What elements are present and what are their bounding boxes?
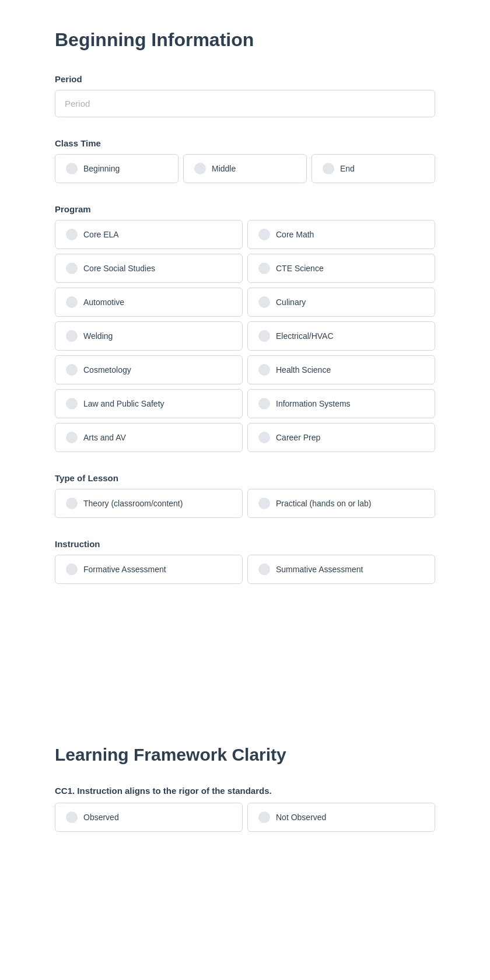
program-core-ela-label: Core ELA [83, 230, 119, 239]
cc1-options: Observed Not Observed [55, 803, 435, 832]
cc1-not-observed-label: Not Observed [276, 813, 326, 822]
program-cosmetology-label: Cosmetology [83, 365, 131, 374]
instruction-options: Formative Assessment Summative Assessmen… [55, 555, 435, 584]
program-core-ela[interactable]: Core ELA [55, 220, 243, 249]
program-welding[interactable]: Welding [55, 321, 243, 351]
program-information-systems[interactable]: Information Systems [247, 389, 435, 418]
type-of-lesson-section: Type of Lesson Theory (classroom/content… [55, 473, 435, 518]
radio-icon [194, 163, 206, 174]
radio-icon [66, 364, 78, 376]
radio-icon [258, 811, 270, 823]
period-section: Period [55, 74, 435, 117]
cc1-not-observed[interactable]: Not Observed [247, 803, 435, 832]
program-core-math[interactable]: Core Math [247, 220, 435, 249]
lesson-practical[interactable]: Practical (hands on or lab) [247, 489, 435, 518]
program-cte-science-label: CTE Science [276, 264, 324, 273]
page-title: Beginning Information [55, 29, 435, 51]
program-label: Program [55, 204, 435, 214]
lesson-theory-label: Theory (classroom/content) [83, 499, 183, 508]
radio-icon [66, 432, 78, 443]
radio-icon [323, 163, 334, 174]
program-section: Program Core ELA Core Math Core Social S… [55, 204, 435, 452]
spacer-3 [55, 675, 435, 710]
radio-icon [66, 498, 78, 509]
type-of-lesson-label: Type of Lesson [55, 473, 435, 483]
program-core-social-studies[interactable]: Core Social Studies [55, 254, 243, 283]
program-electrical-hvac-label: Electrical/HVAC [276, 331, 334, 341]
lesson-practical-label: Practical (hands on or lab) [276, 499, 371, 508]
class-time-beginning[interactable]: Beginning [55, 154, 178, 183]
program-electrical-hvac[interactable]: Electrical/HVAC [247, 321, 435, 351]
spacer [55, 605, 435, 640]
radio-icon [66, 229, 78, 240]
radio-icon [66, 398, 78, 410]
program-core-social-studies-label: Core Social Studies [83, 264, 155, 273]
spacer-4 [55, 710, 435, 745]
radio-icon [258, 398, 270, 410]
period-label: Period [55, 74, 435, 84]
program-options: Core ELA Core Math Core Social Studies C… [55, 220, 435, 452]
class-time-beginning-label: Beginning [83, 164, 120, 173]
radio-icon [66, 262, 78, 274]
instruction-section: Instruction Formative Assessment Summati… [55, 539, 435, 584]
radio-icon [66, 330, 78, 342]
program-automotive-label: Automotive [83, 298, 124, 307]
program-culinary[interactable]: Culinary [247, 288, 435, 317]
radio-icon [66, 163, 78, 174]
program-law-public-safety-label: Law and Public Safety [83, 399, 164, 408]
class-time-section: Class Time Beginning Middle End [55, 138, 435, 183]
radio-icon [66, 564, 78, 575]
program-health-science[interactable]: Health Science [247, 355, 435, 384]
class-time-options: Beginning Middle End [55, 154, 435, 183]
radio-icon [66, 811, 78, 823]
type-of-lesson-options: Theory (classroom/content) Practical (ha… [55, 489, 435, 518]
class-time-end-label: End [340, 164, 355, 173]
program-cte-science[interactable]: CTE Science [247, 254, 435, 283]
program-arts-av[interactable]: Arts and AV [55, 423, 243, 452]
radio-icon [258, 330, 270, 342]
cc1-label: CC1. Instruction aligns to the rigor of … [55, 786, 435, 796]
program-automotive[interactable]: Automotive [55, 288, 243, 317]
program-arts-av-label: Arts and AV [83, 433, 126, 442]
class-time-end[interactable]: End [312, 154, 435, 183]
program-career-prep-label: Career Prep [276, 433, 320, 442]
program-law-public-safety[interactable]: Law and Public Safety [55, 389, 243, 418]
radio-icon [258, 564, 270, 575]
instruction-summative-label: Summative Assessment [276, 565, 363, 574]
program-health-science-label: Health Science [276, 365, 331, 374]
radio-icon [66, 296, 78, 308]
radio-icon [258, 364, 270, 376]
radio-icon [258, 296, 270, 308]
cc1-observed-label: Observed [83, 813, 119, 822]
instruction-label: Instruction [55, 539, 435, 549]
class-time-middle-label: Middle [212, 164, 236, 173]
program-culinary-label: Culinary [276, 298, 306, 307]
program-information-systems-label: Information Systems [276, 399, 351, 408]
class-time-label: Class Time [55, 138, 435, 148]
program-cosmetology[interactable]: Cosmetology [55, 355, 243, 384]
radio-icon [258, 498, 270, 509]
period-input[interactable] [55, 90, 435, 117]
program-career-prep[interactable]: Career Prep [247, 423, 435, 452]
learning-title: Learning Framework Clarity [55, 745, 435, 765]
spacer-2 [55, 640, 435, 675]
cc1-section: CC1. Instruction aligns to the rigor of … [55, 786, 435, 832]
instruction-formative-label: Formative Assessment [83, 565, 166, 574]
instruction-formative[interactable]: Formative Assessment [55, 555, 243, 584]
program-core-math-label: Core Math [276, 230, 314, 239]
radio-icon [258, 262, 270, 274]
lesson-theory[interactable]: Theory (classroom/content) [55, 489, 243, 518]
class-time-middle[interactable]: Middle [183, 154, 307, 183]
instruction-summative[interactable]: Summative Assessment [247, 555, 435, 584]
radio-icon [258, 432, 270, 443]
cc1-observed[interactable]: Observed [55, 803, 243, 832]
program-welding-label: Welding [83, 331, 113, 341]
radio-icon [258, 229, 270, 240]
